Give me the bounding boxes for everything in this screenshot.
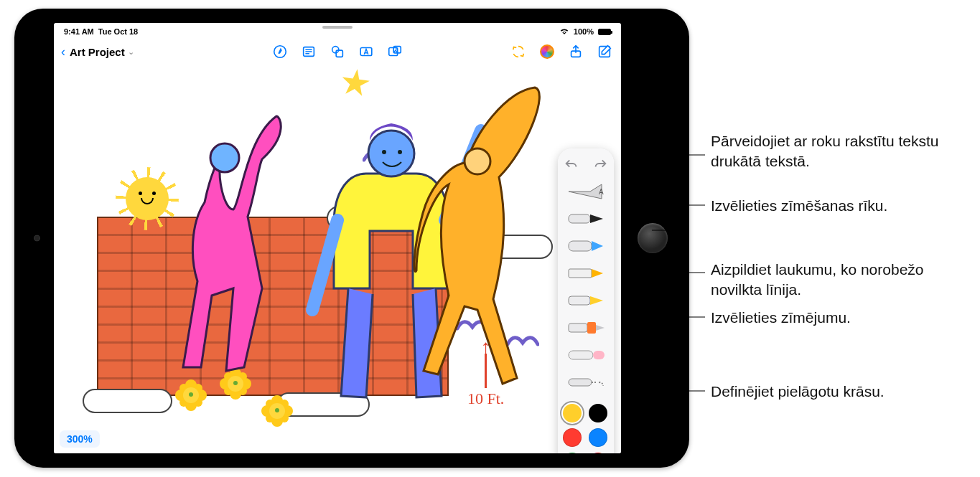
wifi-icon [559,27,569,37]
svg-rect-20 [569,323,587,332]
swatch-red[interactable] [563,428,582,447]
textbox-icon[interactable] [357,42,375,61]
callout-scribble: Pārveidojiet ar roku rakstītu tekstu dru… [711,131,969,172]
device-camera [34,235,40,242]
tool-scribble[interactable]: A [564,180,607,203]
color-swatches [563,404,609,453]
callout-fill: Aizpildiet laukumu, ko norobežo novilkta… [711,260,969,301]
drawing-figure-pink [169,109,319,382]
battery-icon [598,29,611,35]
tool-fill[interactable] [564,316,607,339]
svg-rect-17 [569,241,592,251]
drawing-flower [269,403,285,419]
new-doc-icon[interactable] [595,42,614,61]
tool-pen[interactable] [564,207,607,230]
swatch-blue[interactable] [589,428,607,447]
drawing-canvas[interactable]: ↑ 10 Ft. 300% A [54,66,621,453]
svg-text:A: A [599,188,604,196]
swatch-black[interactable] [589,404,607,422]
ipad-screen: 9:41 AM Tue Oct 18 100% ‹ Art Project ⌄ [54,23,621,453]
navbar: ‹ Art Project ⌄ [54,37,621,66]
svg-point-7 [396,48,397,49]
share-icon[interactable] [566,42,585,61]
tool-pencil[interactable] [564,262,607,285]
svg-point-11 [368,131,414,176]
battery-percent: 100% [574,27,594,36]
tool-lasso[interactable] [564,371,607,394]
markup-tool-palette[interactable]: A [558,148,614,453]
format-palette-icon[interactable] [538,42,556,61]
document-title[interactable]: Art Project [70,46,125,58]
tool-marker[interactable] [564,235,607,258]
svg-point-12 [382,150,386,154]
drawing-flower [183,387,199,403]
svg-rect-2 [336,50,342,57]
multitask-handle[interactable] [322,26,353,29]
svg-rect-18 [569,269,592,278]
svg-rect-23 [593,351,605,359]
zoom-level-badge[interactable]: 300% [60,430,100,448]
svg-point-3 [332,47,339,53]
tool-crayon[interactable] [564,289,607,312]
sync-icon[interactable] [509,42,528,61]
undo-button[interactable] [564,156,579,171]
back-button[interactable]: ‹ [61,44,65,60]
svg-rect-16 [569,214,590,223]
svg-rect-24 [569,379,592,386]
drawing-height-marker: ↑ 10 Ft. [467,342,504,408]
status-date: Tue Oct 18 [98,27,138,36]
status-time: 9:41 AM [64,27,94,36]
drawing-cloud [83,389,172,413]
svg-rect-19 [569,296,590,305]
redo-button[interactable] [592,156,608,171]
svg-point-10 [210,143,239,172]
swatch-green[interactable] [563,453,582,453]
callout-picker: Definējiet pielāgotu krāsu. [711,382,885,402]
note-icon[interactable] [299,42,318,61]
callout-lasso: Izvēlieties zīmējumu. [711,308,851,328]
media-icon[interactable] [386,42,404,61]
drawing-sun [126,177,169,220]
svg-rect-21 [587,322,596,334]
home-button[interactable] [638,223,668,253]
shapes-icon[interactable] [328,42,347,61]
svg-point-13 [398,150,402,154]
swatch-color-picker[interactable] [589,453,607,453]
tool-eraser[interactable] [564,344,607,367]
document-menu-chevron-icon[interactable]: ⌄ [128,47,134,57]
swatch-yellow[interactable] [563,404,582,422]
svg-rect-22 [569,351,593,359]
status-bar: 9:41 AM Tue Oct 18 100% [54,23,621,37]
ipad-device-frame: 9:41 AM Tue Oct 18 100% ‹ Art Project ⌄ [14,9,689,468]
svg-point-14 [465,148,490,174]
markup-mode-icon[interactable] [271,42,289,61]
callout-draw-tool: Izvēlieties zīmēšanas rīku. [711,196,887,216]
